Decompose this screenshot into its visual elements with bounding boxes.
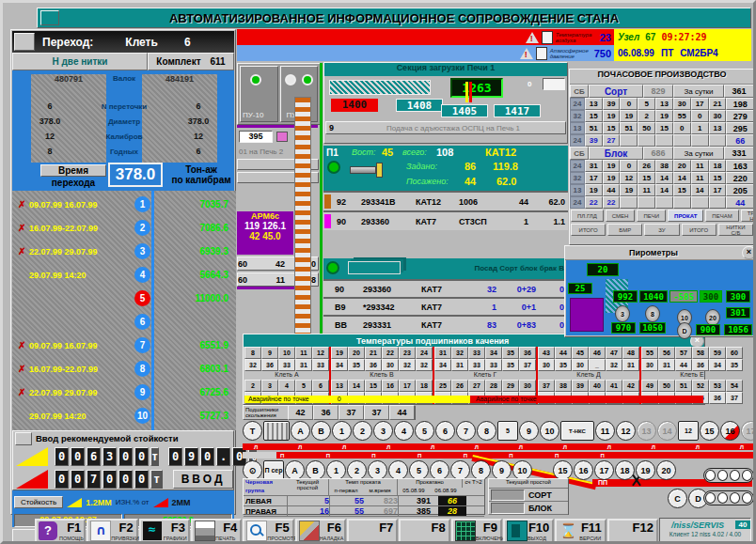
stand-button[interactable]: 17 (594, 460, 614, 480)
stand-button[interactable]: 20 (656, 460, 676, 480)
digit-wheel[interactable]: 0 (118, 470, 133, 489)
digit-wheel[interactable]: 0 (55, 447, 69, 466)
production-filter-button[interactable]: ПЛ.ГЛД (571, 210, 604, 222)
pass-row[interactable]: ✗ 29.07.99 14:20 4 5664.3 (18, 263, 234, 287)
stand-button[interactable]: 7 (456, 421, 476, 441)
stand-button[interactable]: 14 (657, 421, 677, 441)
pass-number-badge[interactable]: 2 (134, 220, 150, 236)
pass-number-badge[interactable]: 4 (134, 267, 150, 283)
digit-wheel[interactable]: 0 (134, 470, 149, 489)
pass-row[interactable]: ✗ 22.07.99 29.07.99 3 6939.3 (18, 240, 234, 263)
production-filter-button[interactable]: ПРОКАТ (668, 210, 703, 222)
pass-number-badge[interactable]: 9 (134, 384, 150, 400)
pass-row[interactable]: ✗ 5 11000.0 (18, 287, 234, 310)
digit-wheel[interactable]: 0 (200, 447, 214, 466)
stand-button[interactable]: П сер (263, 460, 284, 480)
digit-wheel[interactable]: 0 (71, 470, 85, 489)
production-filter-button[interactable]: ПЕЧАМ (705, 210, 738, 222)
fkey-button[interactable]: F1 ПОМОЩЬ (35, 519, 86, 543)
warning-icon[interactable] (526, 32, 539, 43)
pass-row[interactable]: ✗ 16.07.99-22.07.99 8 6803.1 (18, 357, 234, 381)
stand-button[interactable]: 5 (497, 421, 518, 441)
fkey-button[interactable]: F7 (347, 519, 398, 543)
posad-row[interactable]: 90 293360 КАТ7 32 0+29 0 (323, 279, 568, 297)
digit-wheel[interactable]: 3 (102, 447, 117, 466)
posad-row[interactable]: ВВ 293331 КАТ7 83 0+83 0 (323, 315, 568, 333)
stand-button[interactable]: 1 (332, 421, 352, 441)
digit-wheel[interactable]: 0 (118, 447, 133, 466)
pass-number-badge[interactable]: 7 (134, 337, 150, 353)
stand-button[interactable]: В (311, 421, 331, 441)
fkey-button[interactable]: F9 ВКЛЮЧЕНИЯ (451, 519, 502, 543)
stamp-icon[interactable] (276, 132, 288, 142)
stand-button[interactable]: 10 (540, 421, 559, 441)
stand-button[interactable] (263, 421, 290, 441)
stand-button[interactable]: 4 (394, 421, 414, 441)
digit-wheel[interactable]: 9 (184, 447, 198, 466)
kat-row[interactable]: 92 293341В КАТ12 1006 44 62.0 (323, 191, 568, 210)
pass-number-badge[interactable]: 5 (134, 290, 150, 306)
stand-button[interactable]: 3 (373, 421, 393, 441)
stand-button[interactable]: 6 (430, 460, 449, 480)
stand-button[interactable]: 19 (636, 460, 655, 480)
pass-number-badge[interactable]: 8 (134, 361, 150, 377)
fkey-button[interactable]: F12 (607, 519, 658, 543)
stand-button[interactable]: 17 (741, 421, 756, 441)
pass-number-badge[interactable]: 3 (134, 243, 150, 259)
pass-row[interactable]: ✗ 29.07.99 14:20 10 5727.3 (18, 404, 234, 427)
stand-button[interactable]: 16 (720, 421, 740, 441)
perehod-titlebar[interactable]: Переход: Клеть 6 (12, 31, 234, 53)
stand-button[interactable]: 7 (450, 460, 470, 480)
stand-button[interactable]: 10 (512, 460, 532, 480)
stoykost-button[interactable]: Стойкость (14, 496, 63, 508)
production-filter-button[interactable]: ПЕЧИ (637, 210, 666, 222)
stand-button[interactable]: 11 (595, 421, 615, 441)
fkey-button[interactable]: F2 ПРИВЯЗКИ (87, 519, 137, 543)
production-filter-button[interactable]: НИТКИ С/Б (718, 224, 753, 236)
stand-button[interactable]: 5 (415, 421, 434, 441)
production-filter-button[interactable]: СМЕН (606, 210, 636, 222)
digit-wheel[interactable]: . (216, 447, 230, 466)
pass-row[interactable]: ✗ 16.07.99-22.07.99 2 7086.6 (18, 216, 234, 240)
pass-row[interactable]: ✗ 6 (18, 310, 234, 334)
stand-button[interactable]: В (306, 460, 325, 480)
stand-button[interactable]: 2 (353, 421, 372, 441)
stand-button[interactable]: 9 (519, 421, 539, 441)
digit-wheel[interactable]: 0 (168, 447, 182, 466)
fkey-button[interactable]: F8 (399, 519, 449, 543)
stand-button[interactable]: 18 (615, 460, 635, 480)
stand-button[interactable]: 4 (388, 460, 408, 480)
production-filter-button[interactable]: ТР-Н (741, 210, 756, 222)
fkey-button[interactable]: F11 ВЕРСИИ (555, 519, 606, 543)
fkey-button[interactable]: F5 ПРОСМОТР (243, 519, 293, 543)
stand-button[interactable]: А (291, 421, 310, 441)
production-filter-button[interactable]: ЗУ (644, 224, 679, 236)
stand-button[interactable]: 15 (700, 421, 719, 441)
pass-row[interactable]: ✗ 09.07.99 16.07.99 7 6551.9 (18, 334, 234, 357)
stand-button[interactable]: 5 (409, 460, 429, 480)
posad-row[interactable]: В9 *293342 КАТ7 1 0+1 0 (323, 297, 568, 315)
production-filter-button[interactable]: ИТОГО (682, 224, 717, 236)
digit-wheel[interactable]: 0 (55, 470, 69, 489)
stand-button[interactable]: ⊙ (243, 460, 262, 480)
stand-button[interactable]: 1 (326, 460, 346, 480)
fkey-button[interactable]: F6 НАЛАДКА (295, 519, 346, 543)
fkey-button[interactable]: F4 ПЕЧАТЬ (191, 519, 242, 543)
pass-row[interactable]: ✗ 09.07.99 16.07.99 1 7035.7 (18, 193, 234, 216)
pass-number-badge[interactable]: 1 (134, 196, 150, 212)
stand-button[interactable]: 16 (574, 460, 593, 480)
pass-row[interactable]: ✗ 22.07.99 29.07.99 9 6725.6 (18, 381, 234, 404)
production-filter-button[interactable]: БМР (607, 224, 642, 236)
pu-10-button[interactable]: ПУ-10 (240, 66, 278, 122)
stand-button[interactable]: 6 (435, 421, 455, 441)
enter-button[interactable]: ВВОД (173, 470, 233, 489)
kat-row[interactable]: 90 293360 КАТ7 СТ3СП 1 1.1 (323, 210, 568, 230)
stand-button[interactable]: С (668, 489, 687, 508)
stand-button[interactable]: Т (243, 421, 262, 441)
sort-name[interactable]: Сорт (589, 85, 643, 98)
report-icon-2[interactable] (536, 47, 547, 60)
stand-button[interactable]: 2 (347, 460, 367, 480)
fkey-button[interactable]: F3 ГРАФИКИ (139, 519, 190, 543)
stand-button[interactable]: 8 (471, 460, 491, 480)
pass-number-badge[interactable]: 6 (134, 314, 150, 330)
